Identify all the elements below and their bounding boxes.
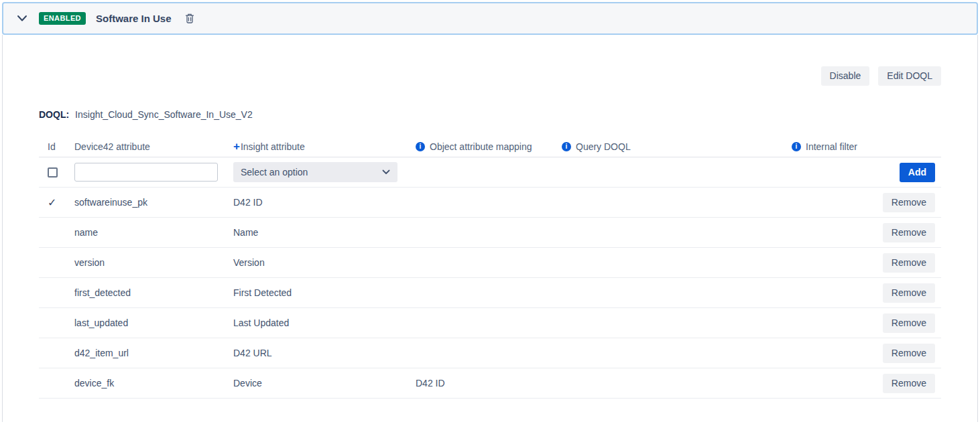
col-insight-attribute: + Insight attribute (233, 141, 416, 152)
add-attribute-row: Select an option Add (39, 157, 941, 188)
device42-attribute-cell: device_fk (74, 378, 233, 388)
check-icon: ✓ (48, 197, 56, 208)
col-insight-attribute-label: Insight attribute (241, 141, 305, 152)
col-device42-attribute: Device42 attribute (74, 141, 233, 152)
col-object-attribute-mapping: i Object attribute mapping (416, 141, 562, 152)
table-row: ✓ d42_item_url D42 URL Remove (39, 338, 941, 368)
trash-icon[interactable] (183, 11, 196, 25)
remove-button[interactable]: Remove (883, 193, 935, 212)
remove-button[interactable]: Remove (883, 313, 935, 333)
remove-button[interactable]: Remove (883, 344, 935, 363)
id-checkbox[interactable] (48, 167, 58, 178)
sync-config-page: ENABLED Software In Use Disable Edit DOQ… (0, 0, 980, 424)
disable-button[interactable]: Disable (821, 66, 870, 86)
insight-attribute-cell: D42 ID (233, 197, 416, 208)
col-internal-filter: i Internal filter (792, 141, 874, 152)
table-row: ✓ version Version Remove (39, 248, 941, 278)
chevron-down-icon[interactable] (15, 13, 29, 23)
table-row: ✓ name Name Remove (39, 218, 941, 248)
accordion-header[interactable]: ENABLED Software In Use (2, 2, 978, 35)
select-value: Select an option (241, 167, 308, 178)
device42-attribute-cell: d42_item_url (74, 348, 233, 358)
table-header-row: Id Device42 attribute + Insight attribut… (39, 136, 941, 157)
doql-line: DOQL:Insight_Cloud_Sync_Software_In_Use_… (39, 109, 941, 120)
insight-attribute-cell: Name (233, 227, 416, 238)
edit-doql-button[interactable]: Edit DOQL (878, 66, 941, 86)
insight-attribute-select[interactable]: Select an option (233, 162, 397, 182)
remove-button[interactable]: Remove (883, 374, 935, 393)
col-query-doql: i Query DOQL (562, 141, 792, 152)
panel-body: Disable Edit DOQL DOQL:Insight_Cloud_Syn… (2, 35, 978, 422)
plus-icon: + (233, 142, 240, 151)
table-row: ✓ first_detected First Detected Remove (39, 278, 941, 308)
panel-title: Software In Use (96, 13, 172, 24)
status-badge: ENABLED (39, 12, 86, 25)
doql-label: DOQL: (39, 109, 69, 120)
insight-attribute-cell: Version (233, 257, 416, 268)
object-attribute-mapping-cell: D42 ID (416, 378, 562, 388)
col-object-attribute-mapping-label: Object attribute mapping (430, 141, 532, 152)
table-row: ✓ device_fk Device D42 ID Remove (39, 368, 941, 399)
table-row: ✓ softwareinuse_pk D42 ID Remove (39, 188, 941, 218)
chevron-down-icon (382, 169, 390, 175)
info-icon[interactable]: i (792, 142, 801, 151)
add-button[interactable]: Add (900, 163, 935, 182)
doql-value: Insight_Cloud_Sync_Software_In_Use_V2 (75, 109, 253, 120)
info-icon[interactable]: i (416, 142, 425, 151)
table-row: ✓ last_updated Last Updated Remove (39, 308, 941, 338)
insight-attribute-cell: D42 URL (233, 348, 416, 358)
remove-button[interactable]: Remove (883, 283, 935, 303)
action-toolbar: Disable Edit DOQL (3, 35, 977, 86)
col-id: Id (39, 141, 74, 152)
insight-attribute-cell: Device (233, 378, 416, 388)
remove-button[interactable]: Remove (883, 253, 935, 273)
device42-attribute-cell: softwareinuse_pk (74, 197, 233, 208)
attribute-mapping-table: Id Device42 attribute + Insight attribut… (39, 136, 941, 399)
info-icon[interactable]: i (562, 142, 571, 151)
col-internal-filter-label: Internal filter (806, 141, 857, 152)
insight-attribute-cell: First Detected (233, 287, 416, 298)
device42-attribute-cell: last_updated (74, 317, 233, 328)
device42-attribute-cell: first_detected (74, 287, 233, 298)
insight-attribute-cell: Last Updated (233, 317, 416, 328)
col-query-doql-label: Query DOQL (576, 141, 631, 152)
device42-attribute-input[interactable] (74, 163, 218, 182)
remove-button[interactable]: Remove (883, 223, 935, 242)
device42-attribute-cell: version (74, 257, 233, 268)
device42-attribute-cell: name (74, 227, 233, 238)
